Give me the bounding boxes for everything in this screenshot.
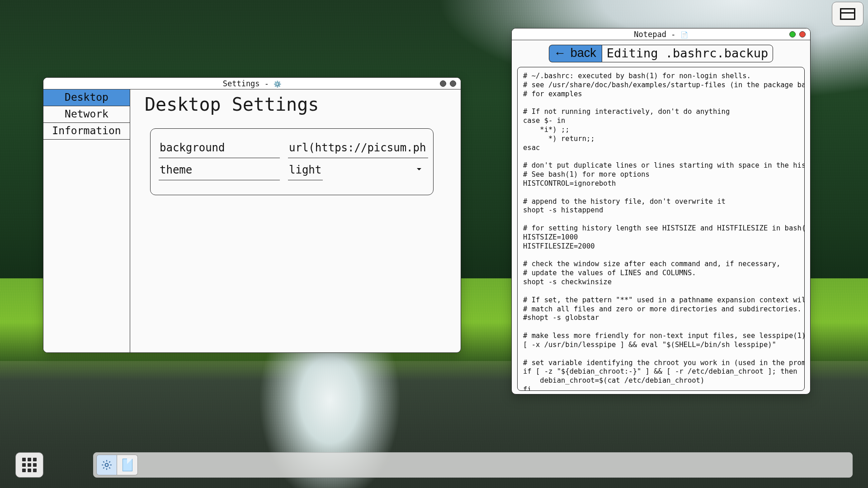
back-button[interactable]: ← back xyxy=(549,45,602,62)
settings-tabs: Desktop Network Information xyxy=(43,89,130,352)
document-icon xyxy=(123,459,132,471)
window-control-maximize[interactable] xyxy=(789,31,796,38)
settings-panel: background theme light xyxy=(150,128,434,195)
window-control-minimize[interactable] xyxy=(440,80,446,87)
tab-network[interactable]: Network xyxy=(43,106,130,123)
taskbar-tray xyxy=(93,452,853,478)
window-control-close[interactable] xyxy=(799,31,806,38)
back-button-label: back xyxy=(571,46,596,60)
settings-content: Desktop Settings background theme light xyxy=(130,89,461,352)
settings-title-text: Settings - xyxy=(223,79,274,88)
document-icon: 📄 xyxy=(680,31,688,38)
svg-point-0 xyxy=(105,464,108,467)
taskbar xyxy=(15,451,853,479)
notepad-toolbar: ← back Editing .bashrc.backup xyxy=(512,40,810,67)
notepad-titlebar[interactable]: Notepad - 📄 xyxy=(512,28,810,40)
gear-icon xyxy=(101,459,113,471)
gear-icon: ⚙️ xyxy=(274,80,281,88)
editor[interactable]: # ~/.bashrc: executed by bash(1) for non… xyxy=(518,67,804,390)
taskbar-app-settings[interactable] xyxy=(96,455,117,475)
settings-window: Settings - ⚙️ Desktop Network Informatio… xyxy=(43,77,461,353)
tab-information[interactable]: Information xyxy=(43,123,130,140)
notepad-window: Notepad - 📄 ← back Editing .bashrc.backu… xyxy=(511,28,811,394)
app-launcher[interactable] xyxy=(15,452,43,478)
taskbar-app-notepad[interactable] xyxy=(117,455,138,475)
notepad-title: Notepad - 📄 xyxy=(512,30,810,39)
editor-container: # ~/.bashrc: executed by bash(1) for non… xyxy=(517,67,805,391)
select-theme[interactable]: light xyxy=(288,162,323,180)
notepad-title-text: Notepad - xyxy=(634,30,680,39)
label-theme: theme xyxy=(159,162,280,180)
settings-title: Settings - ⚙️ xyxy=(43,79,461,88)
tab-desktop[interactable]: Desktop xyxy=(43,89,130,106)
app-grid-icon xyxy=(22,458,37,472)
window-layout-button[interactable] xyxy=(832,2,863,26)
input-background[interactable] xyxy=(288,140,428,158)
settings-heading: Desktop Settings xyxy=(145,94,449,115)
settings-titlebar[interactable]: Settings - ⚙️ xyxy=(43,78,461,89)
notepad-heading: Editing .bashrc.backup xyxy=(602,45,774,62)
arrow-left-icon: ← xyxy=(554,47,566,59)
window-layout-icon xyxy=(840,8,855,20)
label-background: background xyxy=(159,140,280,158)
window-control-close[interactable] xyxy=(450,80,456,87)
